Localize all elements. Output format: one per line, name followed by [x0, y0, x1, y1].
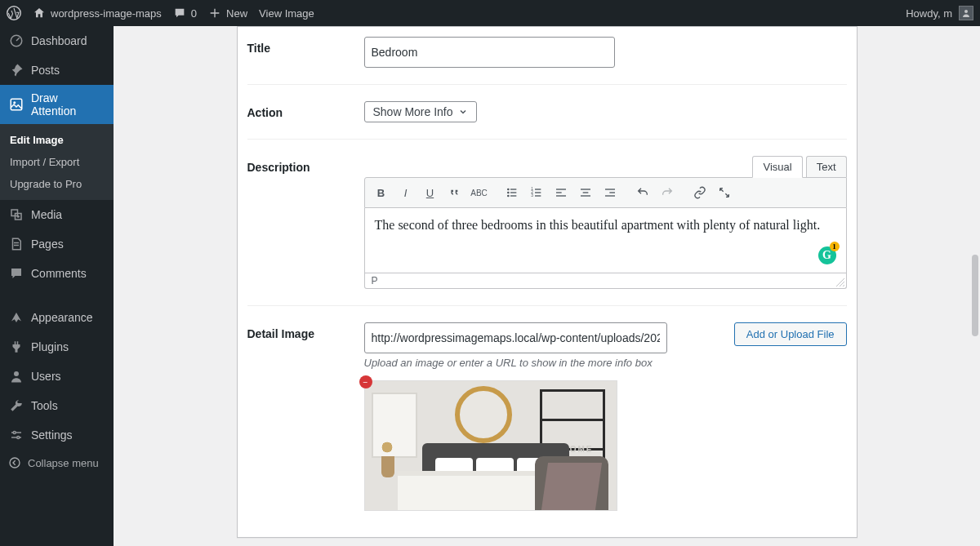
comments-link[interactable]: 0	[173, 7, 197, 20]
menu-dashboard[interactable]: Dashboard	[0, 26, 114, 55]
bold-button[interactable]: B	[370, 181, 393, 204]
remove-image-button[interactable]: −	[359, 375, 372, 388]
menu-plugins[interactable]: Plugins	[0, 332, 114, 362]
svg-rect-3	[11, 99, 22, 110]
tools-icon	[8, 397, 24, 414]
align-left-button[interactable]	[550, 181, 572, 204]
svg-point-9	[10, 458, 20, 468]
editor-content[interactable]: The second of three bedrooms in this bea…	[364, 208, 847, 273]
scrollbar-thumb[interactable]	[972, 255, 978, 336]
title-label: Title	[247, 37, 364, 68]
title-input[interactable]	[364, 37, 615, 68]
svg-point-5	[17, 215, 20, 218]
menu-tools[interactable]: Tools	[0, 391, 114, 420]
svg-point-4	[13, 101, 16, 104]
action-label: Action	[247, 101, 364, 122]
blockquote-button[interactable]	[443, 181, 466, 204]
italic-button[interactable]: I	[394, 181, 417, 204]
menu-users[interactable]: Users	[0, 362, 114, 391]
view-image-link[interactable]: View Image	[259, 7, 314, 20]
detail-image-input[interactable]	[364, 322, 667, 353]
undo-button[interactable]	[631, 181, 654, 204]
submenu-edit-image[interactable]: Edit Image	[0, 129, 114, 151]
new-link[interactable]: New	[208, 7, 247, 20]
svg-rect-15	[510, 195, 516, 196]
collapse-icon	[8, 456, 21, 469]
svg-rect-26	[582, 192, 588, 193]
svg-rect-21	[535, 195, 541, 196]
wysiwyg-editor: Visual Text B I U ABC 1	[364, 156, 847, 289]
bullet-list-button[interactable]	[501, 181, 523, 204]
underline-button[interactable]: U	[419, 181, 442, 204]
svg-point-10	[507, 189, 510, 191]
comment-icon	[173, 7, 186, 20]
menu-appearance[interactable]: Appearance	[0, 303, 114, 332]
resize-grip-icon[interactable]	[836, 278, 844, 286]
submenu-upgrade-pro[interactable]: Upgrade to Pro	[0, 173, 114, 195]
redo-button[interactable]	[656, 181, 679, 204]
settings-icon	[8, 427, 24, 443]
site-link[interactable]: wordpress-image-maps	[33, 7, 162, 20]
plus-icon	[208, 7, 221, 20]
svg-rect-22	[556, 189, 566, 189]
user-menu[interactable]: Howdy, m	[906, 6, 973, 20]
add-upload-button[interactable]: Add or Upload File	[734, 322, 847, 346]
description-label: Description	[247, 156, 364, 289]
svg-text:3: 3	[531, 193, 533, 198]
collapse-menu[interactable]: Collapse menu	[0, 450, 114, 476]
menu-settings[interactable]: Settings	[0, 420, 114, 450]
appearance-icon	[8, 309, 24, 326]
svg-rect-13	[510, 189, 516, 189]
tab-visual[interactable]: Visual	[752, 156, 802, 178]
link-button[interactable]	[688, 181, 711, 204]
users-icon	[8, 368, 24, 384]
align-center-button[interactable]	[574, 181, 597, 204]
detail-image-thumbnail: − HOME	[364, 380, 617, 511]
comments-count: 0	[191, 7, 197, 20]
tab-text[interactable]: Text	[806, 156, 847, 177]
submenu-import-export[interactable]: Import / Export	[0, 151, 114, 173]
menu-media[interactable]: Media	[0, 200, 114, 229]
svg-rect-30	[605, 195, 615, 196]
svg-rect-14	[510, 192, 516, 193]
content-area: Title Action Show More Info	[114, 26, 980, 546]
scrollbar[interactable]	[968, 26, 980, 546]
home-icon	[33, 7, 46, 20]
plugins-icon	[8, 339, 24, 355]
align-right-button[interactable]	[599, 181, 621, 204]
menu-pages[interactable]: Pages	[0, 229, 114, 259]
fullscreen-button[interactable]	[713, 181, 736, 204]
svg-point-8	[17, 437, 20, 439]
admin-bar: wordpress-image-maps 0 New View Image Ho…	[0, 0, 980, 26]
avatar	[959, 6, 973, 20]
svg-point-11	[507, 192, 510, 194]
svg-rect-23	[556, 192, 562, 193]
wp-logo[interactable]	[7, 6, 21, 20]
submenu-draw-attention: Edit Image Import / Export Upgrade to Pr…	[0, 124, 114, 200]
editor-path: P	[364, 273, 847, 289]
svg-rect-24	[556, 195, 566, 196]
draw-attention-icon	[8, 96, 24, 113]
site-name: wordpress-image-maps	[51, 7, 162, 20]
menu-posts[interactable]: Posts	[0, 55, 114, 85]
admin-sidebar: Dashboard Posts Draw Attention Edit Imag…	[0, 26, 114, 546]
svg-rect-28	[605, 189, 615, 189]
pin-icon	[8, 62, 24, 78]
field-title: Title	[247, 27, 847, 84]
thumbnail-image[interactable]: HOME	[364, 380, 617, 511]
action-select[interactable]: Show More Info	[364, 101, 477, 122]
grammarly-icon[interactable]: G	[818, 246, 836, 264]
detail-image-helper: Upload an image or enter a URL to show i…	[364, 357, 667, 369]
svg-point-7	[13, 432, 16, 434]
menu-draw-attention[interactable]: Draw Attention	[0, 85, 114, 124]
chevron-down-icon	[458, 107, 468, 117]
detail-image-label: Detail Image	[247, 322, 364, 511]
menu-comments[interactable]: Comments	[0, 259, 114, 288]
strikethrough-button[interactable]: ABC	[468, 181, 491, 204]
comments-icon	[8, 265, 24, 282]
numbered-list-button[interactable]: 123	[525, 181, 548, 204]
svg-rect-27	[581, 195, 590, 196]
dashboard-icon	[8, 33, 24, 49]
action-value: Show More Info	[373, 105, 453, 118]
editor-toolbar: B I U ABC 123	[364, 177, 847, 208]
